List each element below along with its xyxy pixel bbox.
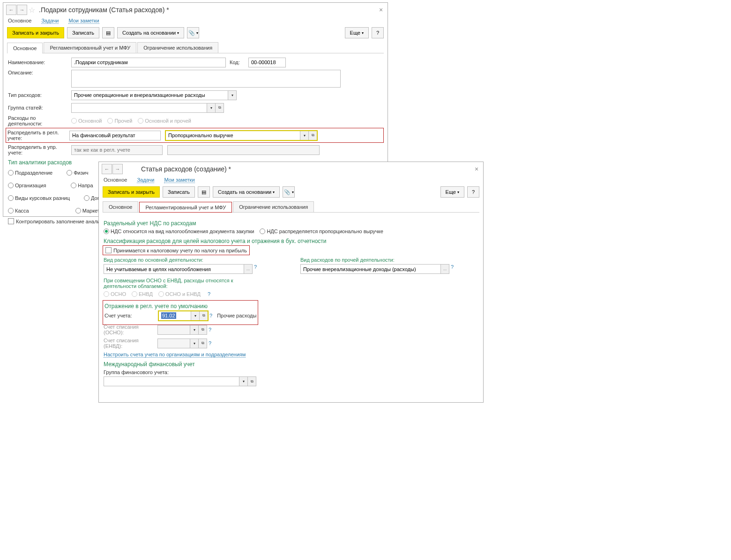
combine-radio-both: ОСНО и ЕНВД: [158, 291, 201, 297]
wo-osno-help[interactable]: ?: [209, 327, 211, 332]
wo-envd-dd-icon: ▾: [190, 339, 199, 348]
ifrs-group-label: Группа финансового учета:: [104, 369, 478, 375]
tabstrip-2: Основное Регламентированный учет и МФУ О…: [103, 201, 479, 213]
more-button[interactable]: Еще▾: [345, 27, 369, 38]
wo-envd-label: Счет списания (ЕНВД):: [104, 338, 157, 349]
kind-main-label: Вид расходов по основной деятельности:: [104, 257, 282, 263]
subtabs-2: Основное Задачи Мои заметки: [99, 176, 483, 186]
accept-tax-checkbox[interactable]: [105, 247, 112, 253]
acc-input[interactable]: 91.02: [158, 311, 191, 321]
analytics-radio-org[interactable]: Организация: [8, 183, 46, 188]
kind-other-dd-icon[interactable]: …: [441, 264, 449, 274]
favorite-icon[interactable]: ☆: [28, 6, 36, 14]
ifrs-title: Международный финансовый учет: [104, 361, 478, 368]
acc-desc: Прочие расходы: [217, 313, 256, 318]
kind-other-input[interactable]: [300, 264, 441, 274]
acc-open-icon[interactable]: ⧉: [200, 311, 208, 321]
tab-restrict[interactable]: Ограничение использования: [137, 42, 218, 53]
ifrs-group-dd-icon[interactable]: ▾: [239, 376, 248, 386]
subtab-tasks[interactable]: Задачи: [41, 18, 59, 24]
nav-fwd-button[interactable]: →: [17, 5, 27, 15]
dist-upr-input2[interactable]: [167, 145, 320, 155]
help-button[interactable]: ?: [372, 27, 384, 38]
config-accounts-link[interactable]: Настроить счета учета по организациям и …: [104, 352, 246, 358]
control-label: Контролировать заполнение аналит: [16, 219, 103, 224]
tab-restrict-2[interactable]: Ограничение использования: [233, 201, 314, 212]
kind-other-help[interactable]: ?: [451, 264, 454, 274]
ifrs-group-open-icon[interactable]: ⧉: [248, 376, 256, 386]
nav-back-button[interactable]: ←: [6, 5, 16, 15]
group-open-icon[interactable]: ⧉: [216, 103, 224, 113]
kind-main-dd-icon[interactable]: …: [244, 264, 253, 274]
subtab-tasks-2[interactable]: Задачи: [137, 177, 154, 183]
analytics-radio-dir[interactable]: Напра: [71, 183, 93, 188]
close-icon[interactable]: ×: [377, 6, 385, 14]
group-dd-icon[interactable]: ▾: [207, 103, 216, 113]
save-close-button[interactable]: Записать и закрыть: [7, 27, 64, 38]
activity-label: Расходы по деятельности:: [8, 115, 71, 126]
acc-label: Счет учета:: [104, 313, 158, 318]
analytics-radio-fx[interactable]: Виды курсовых разниц: [8, 195, 70, 201]
analytics-radio-cash[interactable]: Касса: [8, 208, 29, 214]
wo-osno-open-icon: ⧉: [199, 325, 207, 335]
report-icon-button[interactable]: ▤: [102, 27, 114, 38]
vat-radio-doc[interactable]: НДС относится на вид налогообложения док…: [104, 228, 254, 234]
dist-regl-input2[interactable]: [165, 131, 300, 140]
dist-regl-open-icon[interactable]: ⧉: [309, 131, 317, 140]
desc-input[interactable]: [71, 70, 341, 88]
subtab-notes-2[interactable]: Мои заметки: [164, 177, 194, 183]
nav-back-button-2[interactable]: ←: [102, 164, 112, 174]
save-button-2[interactable]: Записать: [163, 186, 195, 198]
save-button[interactable]: Записать: [67, 27, 99, 38]
titlebar-2: ← → Статья расходов (создание) * ×: [99, 162, 483, 176]
dist-regl-input[interactable]: [69, 131, 161, 140]
ifrs-group-input[interactable]: [104, 376, 239, 386]
form-body-2: Раздельный учет НДС по расходам НДС отно…: [99, 213, 483, 390]
kind-main-help[interactable]: ?: [254, 264, 257, 274]
more-button-2[interactable]: Еще▾: [440, 186, 464, 198]
tab-main[interactable]: Основное: [7, 43, 43, 53]
combine-help[interactable]: ?: [208, 291, 210, 297]
tab-main-2[interactable]: Основное: [103, 201, 138, 212]
dist-regl-dd-icon[interactable]: ▾: [300, 131, 309, 140]
analytics-radio-market[interactable]: Маркет: [75, 208, 100, 214]
name-input[interactable]: [71, 58, 226, 67]
create-basis-button-2[interactable]: Создать на основании▾: [213, 186, 280, 198]
analytics-radio-dept[interactable]: Подразделение: [8, 170, 52, 176]
attach-icon-button-2[interactable]: 📎▾: [283, 186, 295, 198]
group-input[interactable]: [71, 103, 207, 113]
control-checkbox[interactable]: [8, 218, 14, 224]
subtabs: Основное Задачи Мои заметки: [3, 17, 388, 27]
subtab-main[interactable]: Основное: [8, 18, 31, 23]
kind-main-input[interactable]: [104, 264, 244, 274]
accept-tax-label: Принимается к налоговому учету по налогу…: [113, 248, 247, 253]
tab-regl-2[interactable]: Регламентированный учет и МФУ: [139, 202, 232, 213]
wo-envd-help[interactable]: ?: [209, 340, 211, 346]
acc-help[interactable]: ?: [209, 313, 212, 318]
wo-envd-open-icon: ⧉: [199, 339, 207, 348]
report-icon-button-2[interactable]: ▤: [198, 186, 210, 198]
acc-dd-icon[interactable]: ▾: [191, 311, 200, 321]
help-button-2[interactable]: ?: [467, 186, 479, 198]
subtab-main-2[interactable]: Основное: [104, 177, 127, 183]
class-title: Классификация расходов для целей налогов…: [104, 238, 478, 244]
type-input[interactable]: [71, 90, 228, 100]
window-title: .Подарки сотрудникам (Статья расходов) *: [39, 6, 377, 14]
attach-icon-button[interactable]: 📎▾: [187, 27, 199, 38]
activity-radio-other: Прочей: [107, 118, 132, 124]
subtab-notes[interactable]: Мои заметки: [68, 18, 99, 24]
window-title-2: Статья расходов (создание) *: [141, 165, 473, 173]
analytics-radio-phys[interactable]: Физич: [67, 170, 88, 176]
code-input[interactable]: [248, 58, 286, 67]
tab-regl[interactable]: Регламентированный учет и МФУ: [44, 42, 136, 53]
close-icon-2[interactable]: ×: [473, 165, 480, 173]
activity-radio-main: Основной: [71, 118, 102, 124]
group-label: Группа статей:: [8, 105, 71, 111]
dist-upr-input[interactable]: [71, 145, 163, 155]
nav-fwd-button-2[interactable]: →: [112, 164, 123, 174]
tabstrip: Основное Регламентированный учет и МФУ О…: [7, 42, 384, 53]
type-dd-icon[interactable]: ▾: [228, 90, 237, 100]
save-close-button-2[interactable]: Записать и закрыть: [103, 186, 160, 198]
create-basis-button[interactable]: Создать на основании▾: [117, 27, 184, 38]
vat-radio-prop[interactable]: НДС распределяется пропорционально выруч…: [260, 228, 383, 234]
